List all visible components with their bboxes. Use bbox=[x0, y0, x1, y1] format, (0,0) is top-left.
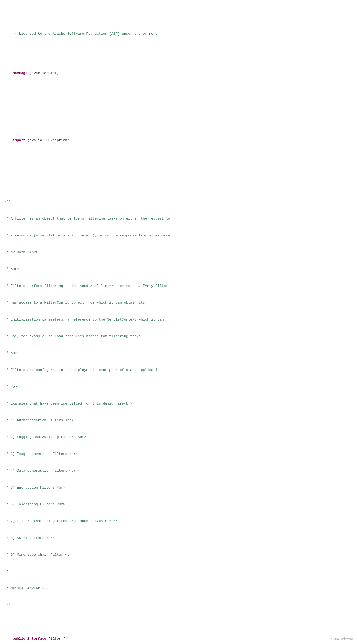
line-javadoc1-l13: * 1) Authentication Filters <br> bbox=[4, 418, 353, 423]
interface-name: Filter { bbox=[46, 637, 65, 641]
line-javadoc1-l12: * Examples that have been identified for… bbox=[4, 401, 353, 407]
line-2: package javax.servlet; bbox=[4, 65, 353, 82]
line-javadoc1-l17: * 5) Encryption Filters <br> bbox=[4, 485, 353, 491]
line-javadoc1-l10: * Filters are configured in the deployme… bbox=[4, 367, 353, 373]
line-javadoc1-l21: * 9) Mime-type chain Filter <br> bbox=[4, 552, 353, 558]
line-javadoc1-start: /** bbox=[4, 199, 353, 205]
line-javadoc1-l2: * a resource (a servlet or static conten… bbox=[4, 233, 353, 239]
line-javadoc1-l4: * <br> bbox=[4, 266, 353, 272]
line-4: import java.io.IOException; bbox=[4, 132, 353, 149]
keyword-interface: interface bbox=[27, 637, 46, 641]
line-javadoc1-l20: * 8) XSL/T filters <br> bbox=[4, 535, 353, 541]
line-5-blank bbox=[4, 171, 353, 177]
line-javadoc1-l15: * 3) Image conversion Filters <br> bbox=[4, 451, 353, 457]
code-viewer: * Licensed to the Apache Software Founda… bbox=[0, 2, 357, 644]
keyword-import: import bbox=[13, 138, 25, 142]
line-javadoc1-since: * @since Servlet 2.3 bbox=[4, 586, 353, 591]
line-javadoc1-l9: * <p> bbox=[4, 350, 353, 356]
line-javadoc1-l19: * 7) Filters that trigger resource acces… bbox=[4, 518, 353, 524]
line-javadoc1-l8: * use, for example, to load resources ne… bbox=[4, 334, 353, 339]
watermark: CSDN @参年华 bbox=[331, 637, 353, 642]
line-javadoc1-end: */ bbox=[4, 603, 353, 608]
keyword-package: package bbox=[13, 71, 27, 75]
line-javadoc1-l3: * or both. <br> bbox=[4, 250, 353, 255]
line-javadoc1-l11: * <p> bbox=[4, 384, 353, 390]
line-javadoc1-l1: * A filter is an object that performs fi… bbox=[4, 216, 353, 222]
comment-text: * Licensed to the Apache Software Founda… bbox=[13, 32, 160, 36]
line-3-blank bbox=[4, 104, 353, 110]
keyword-public1: public bbox=[13, 637, 25, 641]
line-javadoc1-l7: * initialization parameters, a reference… bbox=[4, 317, 353, 323]
line-interface-decl: public interface Filter { bbox=[4, 631, 353, 644]
package-name: javax.servlet; bbox=[27, 71, 59, 75]
line-javadoc1-l5: * Filters perform filtering in the <code… bbox=[4, 283, 353, 289]
import-name: java.io.IOException; bbox=[25, 138, 69, 142]
line-javadoc1-l6: * has access to a FilterConfig object fr… bbox=[4, 300, 353, 306]
line-1: * Licensed to the Apache Software Founda… bbox=[4, 26, 353, 42]
line-javadoc1-l16: * 4) Data compression Filters <br> bbox=[4, 468, 353, 474]
line-javadoc1-l14: * 2) Logging and Auditing Filters <br> bbox=[4, 434, 353, 440]
line-javadoc1-l18: * 6) Tokenizing Filters <br> bbox=[4, 502, 353, 507]
line-javadoc1-l22: * bbox=[4, 569, 353, 575]
